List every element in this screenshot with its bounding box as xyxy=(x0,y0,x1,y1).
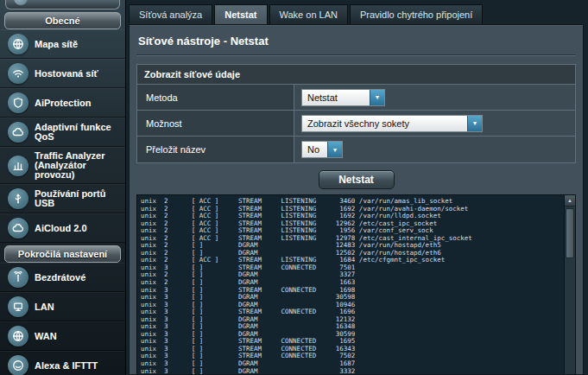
tab-wake-on-lan[interactable]: Wake on LAN xyxy=(269,4,348,24)
sidebar-item-label: Používání portů USB xyxy=(35,189,122,208)
sidebar-item-aiprotection[interactable]: AiProtection xyxy=(0,88,125,118)
sidebar-item-aicloud[interactable]: AiCloud 2.0 xyxy=(0,213,125,243)
monitor-icon xyxy=(8,296,28,317)
sidebar-top-button-partial[interactable] xyxy=(5,0,120,10)
partial-button-icon xyxy=(14,0,28,5)
globe-icon xyxy=(8,326,28,346)
sidebar-item-label: Alexa & IFTTT xyxy=(35,361,98,371)
sidebar-section-general: Obecné xyxy=(4,12,121,29)
sidebar-item-guest-network[interactable]: Hostovaná síť xyxy=(0,59,125,88)
option-label: Možnost xyxy=(137,111,294,136)
sidebar-item-label: Mapa sítě xyxy=(35,40,78,49)
sidebar-item-network-map[interactable]: Mapa sítě xyxy=(0,29,125,59)
content-panel: Síťové nástroje - Netstat Zobrazit síťov… xyxy=(129,24,584,375)
netstat-output[interactable]: unix 2 [ ACC ] STREAM LISTENING 3460 /va… xyxy=(136,194,576,375)
globe-icon xyxy=(8,34,28,54)
scrollbar[interactable]: ▲ xyxy=(564,195,575,375)
option-select-value: Zobrazit všechny sokety xyxy=(302,116,467,131)
netstat-button[interactable]: Netstat xyxy=(319,170,395,189)
wifi-icon xyxy=(8,63,28,84)
button-row: Netstat xyxy=(130,170,583,189)
cloud-icon xyxy=(8,218,28,238)
form-row-option: Možnost Zobrazit všechny sokety ▼ xyxy=(137,111,575,137)
sidebar-item-label: Traffic Analyzer (Analyzátor provozu) xyxy=(35,151,122,180)
sidebar-item-label: AiProtection xyxy=(35,99,91,108)
tab-bar: Síťová analýza Netstat Wake on LAN Pravi… xyxy=(129,4,588,24)
page-title: Síťové nástroje - Netstat xyxy=(130,25,583,54)
tab-smart-connect-rule[interactable]: Pravidlo chytrého připojení xyxy=(350,4,483,24)
title-divider xyxy=(136,54,576,56)
option-select[interactable]: Zobrazit všechny sokety ▼ xyxy=(301,115,483,132)
tab-netstat[interactable]: Netstat xyxy=(214,4,267,24)
sidebar-item-usb-application[interactable]: Používání portů USB xyxy=(0,184,125,213)
sidebar-item-label: AiCloud 2.0 xyxy=(35,224,87,233)
alexa-icon xyxy=(8,355,28,375)
sidebar-item-wireless[interactable]: Bezdrátové xyxy=(0,263,125,292)
sidebar-section-advanced: Pokročilá nastavení xyxy=(4,245,121,263)
main-content: Síťová analýza Netstat Wake on LAN Pravi… xyxy=(129,0,588,375)
sidebar: Obecné Mapa sítě Hostovaná síť AiProtect… xyxy=(0,0,126,375)
method-label: Metoda xyxy=(137,85,294,110)
method-select[interactable]: Netstat ▼ xyxy=(301,89,385,106)
sidebar-item-label: LAN xyxy=(35,302,54,312)
sidebar-item-alexa-ifttt[interactable]: Alexa & IFTTT xyxy=(0,351,125,375)
chevron-down-icon: ▼ xyxy=(327,142,342,157)
chart-bars-icon xyxy=(8,156,28,176)
cloud-icon xyxy=(8,122,28,143)
sidebar-item-label: WAN xyxy=(35,332,57,341)
sidebar-item-lan[interactable]: LAN xyxy=(0,292,125,321)
shield-icon xyxy=(8,92,28,113)
netstat-form: Zobrazit síťové údaje Metoda Netstat ▼ M… xyxy=(136,64,576,163)
form-row-method: Metoda Netstat ▼ xyxy=(137,85,575,111)
resolve-name-select-value: No xyxy=(302,142,327,157)
resolve-name-label: Přeložit název xyxy=(137,137,294,162)
scrollbar-thumb[interactable] xyxy=(566,208,574,258)
chevron-down-icon: ▼ xyxy=(467,116,482,131)
tab-network-analysis[interactable]: Síťová analýza xyxy=(129,4,212,24)
form-section-title: Zobrazit síťové údaje xyxy=(137,65,575,85)
sidebar-item-traffic-analyzer[interactable]: Traffic Analyzer (Analyzátor provozu) xyxy=(0,147,125,184)
antenna-icon xyxy=(8,267,28,288)
form-row-resolve-name: Přeložit název No ▼ xyxy=(137,137,575,162)
sidebar-item-wan[interactable]: WAN xyxy=(0,321,125,351)
sidebar-item-label: Hostovaná síť xyxy=(35,69,98,79)
router-admin-page: Obecné Mapa sítě Hostovaná síť AiProtect… xyxy=(0,0,588,375)
chevron-down-icon: ▼ xyxy=(370,90,384,105)
method-select-value: Netstat xyxy=(302,90,370,105)
scroll-up-button[interactable]: ▲ xyxy=(565,195,575,207)
sidebar-item-adaptive-qos[interactable]: Adaptivní funkce QoS xyxy=(0,118,125,147)
resolve-name-select[interactable]: No ▼ xyxy=(301,141,343,158)
netstat-output-text: unix 2 [ ACC ] STREAM LISTENING 3460 /va… xyxy=(137,195,575,375)
usb-icon xyxy=(8,188,28,209)
sidebar-item-label: Bezdrátové xyxy=(35,273,85,283)
sidebar-item-label: Adaptivní funkce QoS xyxy=(35,123,122,142)
